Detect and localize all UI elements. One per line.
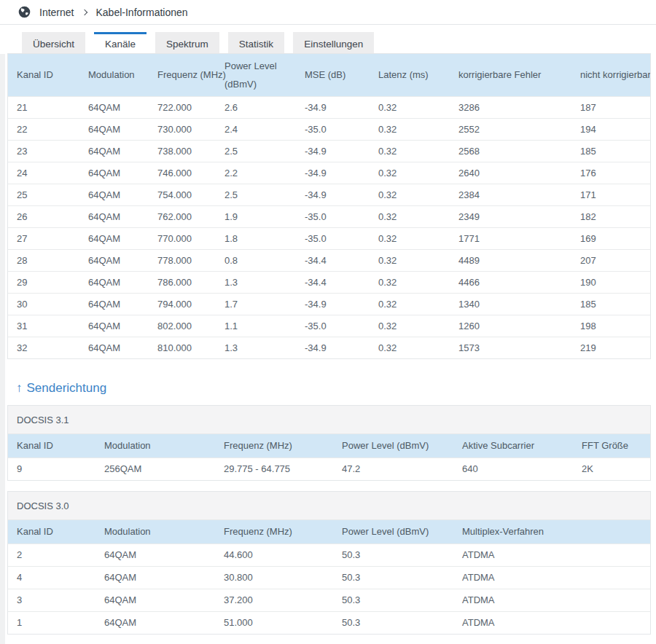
cell: 185 — [571, 140, 651, 162]
upstream-group-docsis30: DOCSIS 3.0Kanal IDModulationFrequenz (MH… — [7, 491, 651, 635]
cell: 30 — [8, 293, 79, 315]
cell: 2.2 — [216, 162, 296, 184]
cell: -34.4 — [296, 271, 370, 293]
cell: 24 — [8, 162, 79, 184]
table-row: 2864QAM778.0000.8-34.40.324489207 — [8, 249, 651, 271]
cell: 1.3 — [216, 271, 296, 293]
column-header: Multiplex-Verfahren — [453, 520, 650, 543]
cell: 770.000 — [149, 227, 216, 249]
cell: 30.800 — [215, 566, 333, 589]
cell: 1260 — [450, 315, 571, 337]
column-header: Frequenz (MHz) — [215, 434, 333, 458]
cell: 802.000 — [149, 315, 216, 337]
cell: 37.200 — [215, 589, 333, 611]
content: Kanal IDModulationFrequenz (MHz)Power Le… — [7, 53, 651, 635]
cell: 1.7 — [216, 293, 296, 315]
tab-statistik[interactable]: Statistik — [228, 32, 284, 53]
arrow-up-icon: ↑ — [16, 381, 23, 395]
table-row: 2564QAM754.0002.5-34.90.322384171 — [8, 184, 651, 205]
column-header: Power Level (dBmV) — [333, 520, 453, 543]
cell: 1.9 — [216, 205, 296, 227]
upstream-groups: DOCSIS 3.1Kanal IDModulationFrequenz (MH… — [7, 405, 651, 635]
cell: 0.8 — [216, 249, 296, 271]
cell: 0.32 — [370, 271, 450, 293]
cell: 1.8 — [216, 227, 296, 249]
table-row: 2364QAM738.0002.5-34.90.322568185 — [8, 140, 651, 162]
tab-einstellungen[interactable]: Einstellungen — [293, 32, 374, 53]
cell: 4466 — [450, 271, 571, 293]
cell: 64QAM — [79, 337, 149, 358]
table-row: 2764QAM770.0001.8-35.00.321771169 — [8, 227, 651, 249]
cell: 0.32 — [370, 96, 450, 118]
cell: 23 — [8, 140, 79, 162]
column-header: Kanal ID — [8, 434, 95, 458]
cell: ATDMA — [453, 543, 650, 566]
cell: 64QAM — [95, 566, 215, 589]
cell: 746.000 — [149, 162, 216, 184]
cell: 256QAM — [95, 458, 215, 480]
cell: 0.32 — [370, 293, 450, 315]
cell: 50.3 — [333, 589, 453, 611]
upstream-table: Kanal IDModulationFrequenz (MHz)Power Le… — [8, 434, 650, 480]
cell: 730.000 — [149, 118, 216, 140]
cell: ATDMA — [453, 566, 650, 589]
table-row: 2964QAM786.0001.3-34.40.324466190 — [8, 271, 651, 293]
table-row: 9256QAM29.775 - 64.77547.26402K — [8, 458, 650, 480]
cell: 794.000 — [149, 293, 216, 315]
cell: 187 — [571, 96, 651, 118]
cell: 194 — [571, 118, 651, 140]
column-header: Modulation — [95, 434, 215, 458]
section-title: DOCSIS 3.0 — [8, 492, 650, 520]
cell: -35.0 — [296, 205, 370, 227]
column-header: korrigierbare Fehler — [450, 54, 571, 96]
cell: 2384 — [450, 184, 571, 205]
cell: ATDMA — [453, 611, 650, 634]
breadcrumb: Internet Kabel-Informationen — [0, 0, 656, 25]
cell: -34.9 — [296, 162, 370, 184]
left-gutter — [0, 54, 5, 644]
cell: 4 — [8, 566, 95, 589]
tab-spektrum[interactable]: Spektrum — [155, 32, 219, 53]
cell: -34.4 — [296, 249, 370, 271]
cell: 44.600 — [215, 543, 333, 566]
cell: 26 — [8, 205, 79, 227]
cell: 32 — [8, 337, 79, 358]
cell: 185 — [571, 293, 651, 315]
cell: 2568 — [450, 140, 571, 162]
cell: -34.9 — [296, 337, 370, 358]
cell: -34.9 — [296, 140, 370, 162]
downstream-table-container: Kanal IDModulationFrequenz (MHz)Power Le… — [7, 53, 651, 359]
column-header: Modulation — [95, 520, 215, 543]
cell: 9 — [8, 458, 95, 480]
cell: 21 — [8, 96, 79, 118]
breadcrumb-root[interactable]: Internet — [39, 7, 74, 18]
cell: 176 — [571, 162, 651, 184]
cell: 50.3 — [333, 566, 453, 589]
cell: 2.6 — [216, 96, 296, 118]
cell: 0.32 — [370, 315, 450, 337]
cell: 1.1 — [216, 315, 296, 337]
cell: 64QAM — [95, 611, 215, 634]
cell: 219 — [571, 337, 651, 358]
section-title: DOCSIS 3.1 — [8, 406, 650, 434]
cell: 31 — [8, 315, 79, 337]
cell: 722.000 — [149, 96, 216, 118]
cell: 3 — [8, 589, 95, 611]
column-header: Kanal ID — [8, 520, 95, 543]
upstream-heading: ↑Senderichtung — [16, 381, 651, 396]
tab-uebersicht[interactable]: Übersicht — [22, 32, 85, 53]
column-header: Kanal ID — [8, 54, 79, 96]
cell: ATDMA — [453, 589, 650, 611]
tab-kanaele[interactable]: Kanäle — [94, 32, 147, 53]
cell: 0.32 — [370, 184, 450, 205]
header-row: Kanal IDModulationFrequenz (MHz)Power Le… — [8, 520, 650, 543]
cell: 64QAM — [79, 96, 149, 118]
chevron-right-icon — [82, 9, 87, 15]
table-row: 2164QAM722.0002.6-34.90.323286187 — [8, 96, 651, 118]
cell: 640 — [453, 458, 573, 480]
cell: 27 — [8, 227, 79, 249]
globe-icon — [18, 6, 31, 18]
cell: 47.2 — [333, 458, 453, 480]
cell: 29 — [8, 271, 79, 293]
table-row: 264QAM44.60050.3ATDMA — [8, 543, 650, 566]
